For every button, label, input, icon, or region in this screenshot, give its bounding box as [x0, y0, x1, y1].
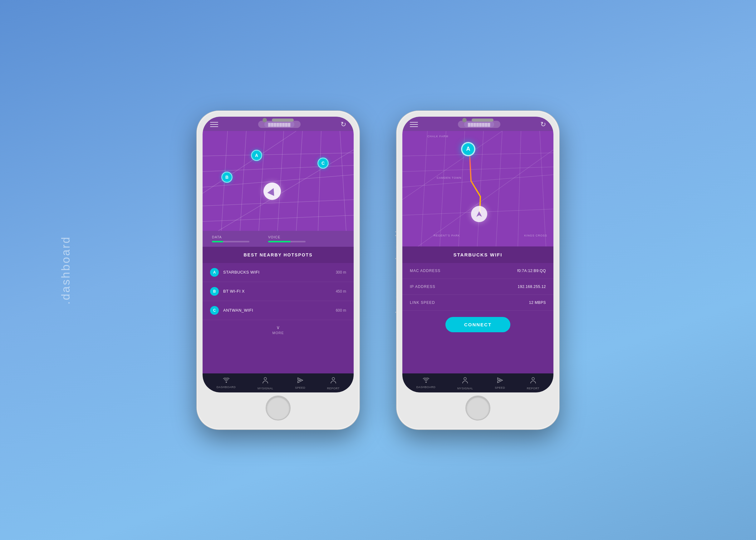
voice-label: VOICE — [268, 235, 305, 239]
data-stat: DATA — [212, 235, 250, 242]
reload-button-2[interactable]: ↻ — [540, 120, 546, 129]
hotspot-name-a: STARBUCKS WIFI — [223, 270, 331, 275]
nav-marker-2 — [471, 206, 487, 222]
menu-button-2[interactable] — [410, 122, 418, 127]
more-label: MORE — [273, 331, 284, 335]
data-label: DATA — [212, 235, 250, 239]
map-label-chalk-farm: CHALK FARM — [427, 135, 449, 138]
hotspot-name-c: ANTWAN_WIFI — [223, 308, 331, 313]
screen-content-2: ▓▓▓▓▓▓▓▓ ↻ — [402, 117, 553, 392]
chevron-down-icon: ∨ — [276, 325, 280, 331]
connect-button[interactable]: CONNECT — [446, 317, 510, 332]
details-section: STARBUCKS WIFI MAC ADDRESS f0:7A:12:B9:Q… — [402, 246, 553, 373]
mac-key: MAC ADDRESS — [410, 269, 441, 273]
nav-mysignal-2[interactable]: MYSIGNAL — [457, 377, 473, 390]
marker-c-1: C — [317, 158, 329, 169]
data-fill — [212, 241, 223, 242]
nav-speed-label-2: SPEED — [495, 386, 505, 389]
person-icon-2 — [462, 377, 468, 386]
marker-a-2: A — [461, 142, 475, 156]
user-icon-1 — [330, 377, 336, 386]
nav-report-2[interactable]: REPORT — [527, 377, 539, 390]
hotspot-dist-a: 300 m — [336, 270, 346, 275]
data-track — [212, 241, 250, 242]
user-icon-2 — [530, 377, 536, 386]
voice-track — [268, 241, 305, 242]
svg-point-15 — [332, 377, 335, 380]
home-button-2[interactable] — [466, 396, 490, 421]
svg-point-30 — [464, 377, 466, 380]
speed-key: LINK SPEED — [410, 300, 435, 305]
nav-dashboard-2[interactable]: DASHBOARD — [416, 377, 436, 390]
svg-line-4 — [203, 153, 354, 156]
speaker-2 — [472, 119, 493, 122]
hotspot-dist-b: 450 m — [336, 289, 346, 294]
send-icon-1 — [297, 377, 303, 385]
screen-content-1: ▓▓▓▓▓▓▓▓ ↻ — [203, 117, 354, 392]
nav-mysignal-label-2: MYSIGNAL — [457, 387, 473, 390]
wifi-icon-2 — [423, 377, 430, 384]
stats-bar-1: DATA VOICE — [203, 231, 354, 247]
hotspot-badge-b: B — [210, 287, 219, 296]
person-icon-1 — [263, 377, 268, 386]
menu-button-1[interactable] — [210, 122, 218, 127]
phone-screen-1: ▓▓▓▓▓▓▓▓ ↻ — [203, 117, 354, 392]
bottom-nav-1: DASHBOARD MYSIGNAL — [203, 373, 354, 392]
speaker-1 — [272, 119, 294, 122]
route-svg — [402, 131, 553, 246]
map-label-camden: CAMDEN TOWN — [437, 176, 462, 179]
svg-point-31 — [532, 377, 534, 380]
svg-line-10 — [203, 215, 354, 221]
phone-hotspot: ▓▓▓▓▓▓▓▓ ↻ — [397, 111, 559, 429]
svg-line-2 — [259, 131, 265, 231]
phone-screen-2: ▓▓▓▓▓▓▓▓ ↻ — [402, 117, 553, 392]
svg-point-14 — [264, 377, 267, 380]
speed-value: 12 MBPS — [529, 300, 546, 305]
nav-dashboard-label-1: DASHBOARD — [217, 386, 236, 389]
svg-line-12 — [218, 150, 354, 231]
nav-speed-1[interactable]: SPEED — [295, 377, 305, 390]
send-icon-2 — [497, 377, 503, 385]
svg-marker-29 — [476, 211, 482, 217]
map-1: A B C — [203, 131, 354, 231]
marker-a-1: A — [251, 150, 262, 161]
hotspot-badge-a: A — [210, 268, 219, 277]
nav-report-1[interactable]: REPORT — [327, 377, 340, 390]
map-label-regent: REGENT'S PARK — [434, 234, 460, 237]
hotspot-badge-c: C — [210, 306, 219, 315]
hotspots-section: BEST NEARBY HOTSPOTS A STARBUCKS WIFI 30… — [203, 247, 354, 373]
map-2: CHALK FARM CAMDEN TOWN REGENT'S PARK KIN… — [402, 131, 553, 246]
svg-line-7 — [278, 131, 284, 231]
reload-button-1[interactable]: ↻ — [340, 120, 346, 129]
hotspot-item-b[interactable]: B BT WI-FI X 450 m — [203, 282, 354, 301]
svg-line-9 — [203, 165, 354, 172]
nav-speed-label-1: SPEED — [295, 386, 305, 389]
hotspots-title: BEST NEARBY HOTSPOTS — [203, 247, 354, 263]
hotspot-item-a[interactable]: A STARBUCKS WIFI 300 m — [203, 263, 354, 282]
camera-icon-1 — [263, 118, 267, 122]
mac-value: f0:7A:12:B9:QQ — [517, 269, 546, 273]
nav-dashboard-1[interactable]: DASHBOARD — [217, 377, 236, 390]
svg-line-13 — [203, 131, 296, 194]
svg-line-8 — [318, 131, 321, 231]
dashboard-label: .dashboard — [59, 235, 73, 304]
voice-fill — [268, 241, 290, 242]
nav-mysignal-label-1: MYSIGNAL — [258, 387, 274, 390]
nav-mysignal-1[interactable]: MYSIGNAL — [258, 377, 274, 390]
detail-row-ip: IP ADDRESS 192.168.255.12 — [402, 279, 553, 295]
detail-row-mac: MAC ADDRESS f0:7A:12:B9:QQ — [402, 263, 553, 279]
marker-b-1: B — [221, 172, 233, 183]
wifi-icon-1 — [223, 377, 230, 384]
nav-report-label-2: REPORT — [527, 387, 539, 390]
voice-stat: VOICE — [268, 235, 305, 242]
map-label-kings-cross: KINGS CROSS — [524, 234, 547, 237]
home-button-1[interactable] — [266, 396, 290, 421]
bottom-nav-2: DASHBOARD MYSIGNAL — [402, 373, 553, 392]
svg-line-11 — [340, 131, 346, 231]
detail-row-speed: LINK SPEED 12 MBPS — [402, 295, 553, 311]
camera-icon-2 — [462, 118, 467, 122]
nav-speed-2[interactable]: SPEED — [495, 377, 505, 390]
hotspot-name-b: BT WI-FI X — [223, 289, 331, 294]
hotspot-item-c[interactable]: C ANTWAN_WIFI 600 m — [203, 301, 354, 320]
more-button[interactable]: ∨ MORE — [203, 320, 354, 339]
